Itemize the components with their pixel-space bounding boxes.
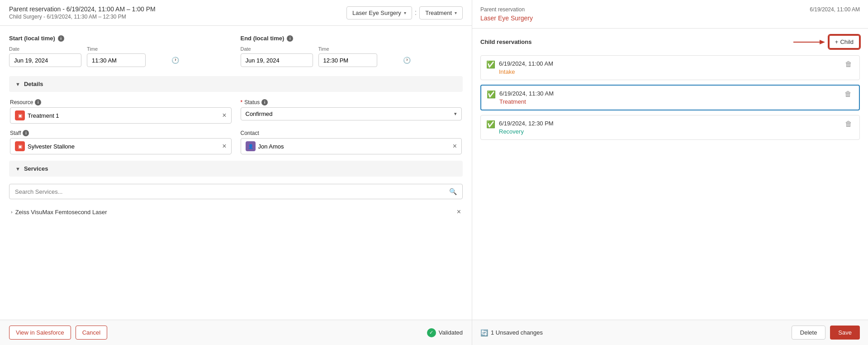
services-header[interactable]: ▼ Services [9, 161, 463, 177]
validated-label: Validated [439, 329, 463, 336]
type-dropdown-chevron: ▾ [404, 10, 406, 15]
details-section: ▼ Details [9, 76, 463, 92]
view-salesforce-button[interactable]: View in Salesforce [9, 326, 71, 340]
resource-icon: ▣ [15, 110, 25, 120]
recovery-card-left: ✅ 6/19/2024, 12:30 PM Recovery [486, 120, 554, 135]
resource-field: Resource i ▣ × [10, 99, 232, 124]
child-reservations-header: Child reservations + Child [480, 35, 860, 49]
start-time-block: Start (local time) i Date 📅 Time [9, 35, 232, 67]
resource-status-row: Resource i ▣ × * Status i [9, 99, 463, 124]
details-chevron-icon: ▼ [15, 81, 20, 87]
validated-badge: ✓ Validated [427, 328, 463, 337]
start-date-input[interactable] [14, 57, 90, 64]
staff-input[interactable] [28, 143, 219, 150]
treatment-delete-button[interactable]: 🗑 [843, 90, 854, 98]
contact-label: Contact [241, 130, 462, 136]
status-field: * Status i Confirmed Pending Cancelled ▾ [241, 99, 462, 124]
treatment-time: 6/19/2024, 11:30 AM [499, 90, 554, 97]
status-required-star: * [241, 99, 243, 105]
search-services-input[interactable] [15, 188, 446, 195]
start-time-label-field: Time [87, 46, 146, 52]
parent-name: Laser Eye Surgery [480, 14, 860, 22]
start-time-info-icon: i [58, 35, 64, 42]
recovery-info: 6/19/2024, 12:30 PM Recovery [499, 120, 554, 135]
end-date-label: Date [241, 46, 313, 52]
resource-clear-button[interactable]: × [222, 112, 226, 119]
service-expand-icon[interactable]: › [11, 209, 13, 215]
end-time-clock-icon: 🕐 [403, 57, 411, 64]
recovery-delete-button[interactable]: 🗑 [843, 120, 854, 128]
status-select-container[interactable]: Confirmed Pending Cancelled ▾ [241, 107, 462, 120]
services-label: Services [24, 165, 48, 172]
bottom-left-actions: View in Salesforce Cancel [9, 326, 107, 340]
intake-type: Intake [499, 68, 553, 75]
end-date-input-container[interactable]: 📅 [241, 53, 313, 67]
parent-time: 6/19/2024, 11:00 AM [810, 6, 860, 13]
start-time-label: Start (local time) i [9, 35, 232, 42]
category-dropdown-label: Treatment [425, 10, 452, 16]
end-time-input[interactable] [323, 57, 399, 64]
start-date-label: Date [9, 46, 81, 52]
start-date-group: Date 📅 [9, 46, 81, 67]
service-remove-button[interactable]: × [457, 208, 461, 216]
unsaved-changes: 🔄 1 Unsaved changes [480, 329, 543, 336]
end-date-input[interactable] [246, 57, 322, 64]
left-panel: Parent reservation - 6/19/2024, 11:00 AM… [0, 0, 472, 345]
save-button[interactable]: Save [830, 326, 860, 340]
resource-input[interactable] [28, 112, 219, 119]
end-time-input-container[interactable]: 🕐 [318, 53, 377, 67]
status-label: * Status i [241, 99, 462, 105]
intake-status-icon: ✅ [486, 60, 495, 69]
add-child-plus: + [835, 38, 839, 45]
end-time-label-field: Time [318, 46, 377, 52]
staff-field: Staff i ▣ × [10, 130, 232, 154]
top-bar-left: Parent reservation - 6/19/2024, 11:00 AM… [9, 5, 156, 20]
end-date-group: Date 📅 [241, 46, 313, 67]
top-bar-right: Laser Eye Surgery ▾ : Treatment ▾ [346, 6, 463, 19]
arrow-indicator [793, 38, 825, 47]
start-date-input-container[interactable]: 📅 [9, 53, 81, 67]
parent-label: Parent reservation [480, 6, 525, 13]
resource-info-icon: i [35, 99, 41, 105]
type-dropdown-label: Laser Eye Surgery [352, 10, 401, 16]
category-dropdown[interactable]: Treatment ▾ [419, 6, 463, 19]
search-icon: 🔍 [449, 188, 457, 195]
category-dropdown-chevron: ▾ [455, 10, 457, 15]
delete-button[interactable]: Delete [792, 326, 826, 340]
service-item-left: › Zeiss VisuMax Femtosecond Laser [11, 209, 107, 216]
staff-clear-button[interactable]: × [222, 143, 226, 150]
child-reservation-intake[interactable]: ✅ 6/19/2024, 11:00 AM Intake 🗑 [480, 55, 860, 80]
end-time-block: End (local time) i Date 📅 Time [241, 35, 463, 67]
start-time-input[interactable] [92, 57, 168, 64]
status-info-icon: i [261, 99, 268, 105]
separator: : [415, 9, 417, 17]
resource-input-container[interactable]: ▣ × [10, 107, 232, 124]
contact-input[interactable] [258, 143, 450, 150]
right-panel: Parent reservation 6/19/2024, 11:00 AM L… [472, 0, 868, 345]
contact-icon: 👤 [246, 141, 256, 151]
add-child-button[interactable]: + Child [829, 35, 860, 49]
service-item-row: › Zeiss VisuMax Femtosecond Laser × [9, 205, 463, 219]
cancel-button[interactable]: Cancel [76, 326, 107, 340]
staff-input-container[interactable]: ▣ × [10, 138, 232, 154]
start-time-input-container[interactable]: 🕐 [87, 53, 146, 67]
parent-reservation-title: Parent reservation - 6/19/2024, 11:00 AM… [9, 5, 156, 13]
intake-delete-button[interactable]: 🗑 [843, 60, 854, 68]
services-chevron-icon: ▼ [15, 166, 20, 172]
status-select[interactable]: Confirmed Pending Cancelled [246, 110, 455, 117]
search-services-container[interactable]: 🔍 [9, 184, 463, 199]
child-reservation-treatment[interactable]: ✅ 6/19/2024, 11:30 AM Treatment 🗑 [480, 85, 860, 110]
contact-input-container[interactable]: 👤 × [241, 138, 462, 154]
child-reservation-recovery[interactable]: ✅ 6/19/2024, 12:30 PM Recovery 🗑 [480, 115, 860, 140]
validated-check-icon: ✓ [427, 328, 436, 337]
right-top: Parent reservation 6/19/2024, 11:00 AM L… [472, 0, 868, 29]
bottom-bar: View in Salesforce Cancel ✓ Validated [0, 320, 472, 345]
details-header[interactable]: ▼ Details [9, 76, 463, 92]
treatment-type: Treatment [499, 98, 554, 105]
contact-clear-button[interactable]: × [453, 143, 457, 150]
start-time-group: Time 🕐 [87, 46, 146, 67]
treatment-status-icon: ✅ [487, 90, 496, 99]
treatment-info: 6/19/2024, 11:30 AM Treatment [499, 90, 554, 105]
type-dropdown[interactable]: Laser Eye Surgery ▾ [346, 6, 412, 19]
contact-field: Contact 👤 × [241, 130, 462, 154]
